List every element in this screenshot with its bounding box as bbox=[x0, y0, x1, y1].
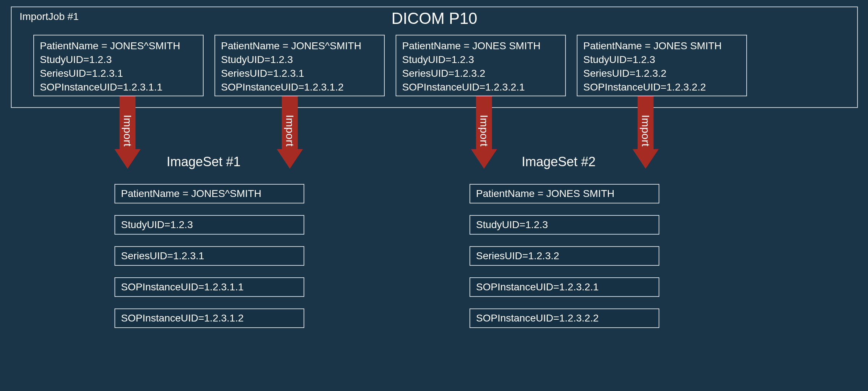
p10-series-uid: SeriesUID=1.2.3.1 bbox=[221, 67, 378, 80]
arrow-label: Import bbox=[478, 115, 490, 141]
p10-sop-uid: SOPInstanceUID=1.2.3.2.1 bbox=[402, 80, 559, 94]
arrow-head-icon bbox=[471, 149, 497, 169]
imageset-2-patient-name: PatientName = JONES SMITH bbox=[470, 184, 659, 203]
p10-instance-3: PatientName = JONES SMITH StudyUID=1.2.3… bbox=[396, 35, 566, 96]
import-arrow-3: Import bbox=[471, 96, 497, 172]
arrow-label: Import bbox=[639, 115, 652, 141]
arrow-head-icon bbox=[114, 149, 141, 169]
imageset-2-label: ImageSet #2 bbox=[522, 154, 596, 169]
imageset-1-sop-uid-1: SOPInstanceUID=1.2.3.1.1 bbox=[114, 277, 304, 297]
imageset-2-study-uid: StudyUID=1.2.3 bbox=[470, 215, 659, 235]
imageset-1-sop-uid-2: SOPInstanceUID=1.2.3.1.2 bbox=[114, 308, 304, 328]
dicom-title: DICOM P10 bbox=[12, 9, 857, 28]
arrow-head-icon bbox=[633, 149, 659, 169]
imageset-1-label: ImageSet #1 bbox=[167, 154, 241, 169]
p10-sop-uid: SOPInstanceUID=1.2.3.2.2 bbox=[583, 80, 740, 94]
p10-study-uid: StudyUID=1.2.3 bbox=[402, 53, 559, 67]
imageset-1-series-uid: SeriesUID=1.2.3.1 bbox=[114, 246, 304, 266]
arrow-label: Import bbox=[121, 115, 134, 141]
p10-series-uid: SeriesUID=1.2.3.2 bbox=[402, 67, 559, 80]
p10-patient-name: PatientName = JONES SMITH bbox=[402, 39, 559, 53]
p10-instance-1: PatientName = JONES^SMITH StudyUID=1.2.3… bbox=[33, 35, 204, 96]
imageset-1-patient-name: PatientName = JONES^SMITH bbox=[114, 184, 304, 203]
import-arrow-4: Import bbox=[633, 96, 659, 172]
p10-study-uid: StudyUID=1.2.3 bbox=[40, 53, 197, 67]
p10-instance-4: PatientName = JONES SMITH StudyUID=1.2.3… bbox=[577, 35, 747, 96]
p10-series-uid: SeriesUID=1.2.3.1 bbox=[40, 67, 197, 80]
arrow-label: Import bbox=[284, 115, 296, 141]
p10-patient-name: PatientName = JONES SMITH bbox=[583, 39, 740, 53]
p10-study-uid: StudyUID=1.2.3 bbox=[221, 53, 378, 67]
imageset-2-series-uid: SeriesUID=1.2.3.2 bbox=[470, 246, 659, 266]
imageset-2-sop-uid-2: SOPInstanceUID=1.2.3.2.2 bbox=[470, 308, 659, 328]
p10-sop-uid: SOPInstanceUID=1.2.3.1.1 bbox=[40, 80, 197, 94]
p10-study-uid: StudyUID=1.2.3 bbox=[583, 53, 740, 67]
diagram-stage: ImportJob #1 DICOM P10 PatientName = JON… bbox=[0, 0, 868, 391]
import-job-container: ImportJob #1 DICOM P10 PatientName = JON… bbox=[11, 7, 858, 108]
p10-series-uid: SeriesUID=1.2.3.2 bbox=[583, 67, 740, 80]
import-arrow-2: Import bbox=[277, 96, 303, 172]
p10-patient-name: PatientName = JONES^SMITH bbox=[40, 39, 197, 53]
p10-instance-2: PatientName = JONES^SMITH StudyUID=1.2.3… bbox=[214, 35, 385, 96]
p10-sop-uid: SOPInstanceUID=1.2.3.1.2 bbox=[221, 80, 378, 94]
import-arrow-1: Import bbox=[114, 96, 141, 172]
arrow-head-icon bbox=[277, 149, 303, 169]
imageset-2-sop-uid-1: SOPInstanceUID=1.2.3.2.1 bbox=[470, 277, 659, 297]
imageset-1-study-uid: StudyUID=1.2.3 bbox=[114, 215, 304, 235]
p10-patient-name: PatientName = JONES^SMITH bbox=[221, 39, 378, 53]
